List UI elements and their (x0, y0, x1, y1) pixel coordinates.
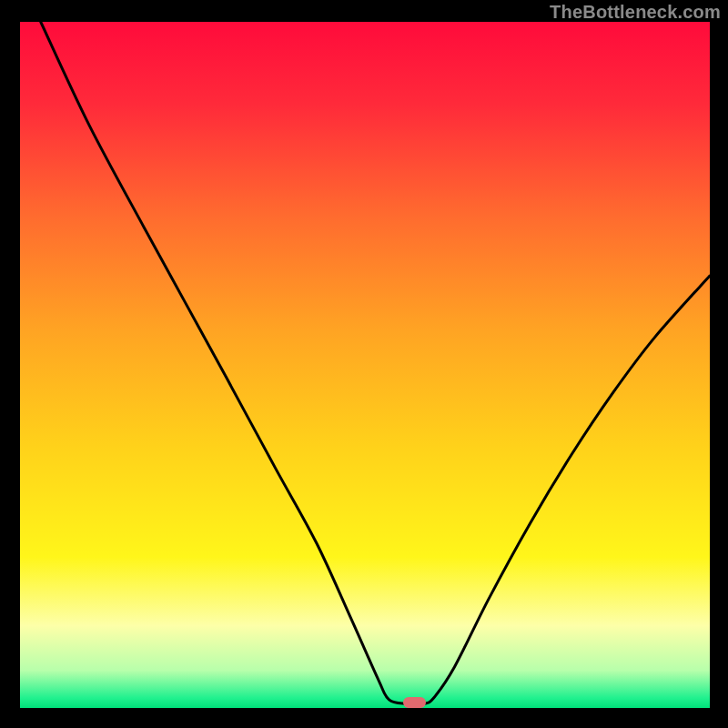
chart-frame: TheBottleneck.com (0, 0, 728, 728)
watermark-text: TheBottleneck.com (550, 2, 721, 23)
plot-area (20, 22, 710, 708)
bottleneck-curve (20, 22, 710, 708)
optimal-point-marker (403, 697, 426, 708)
